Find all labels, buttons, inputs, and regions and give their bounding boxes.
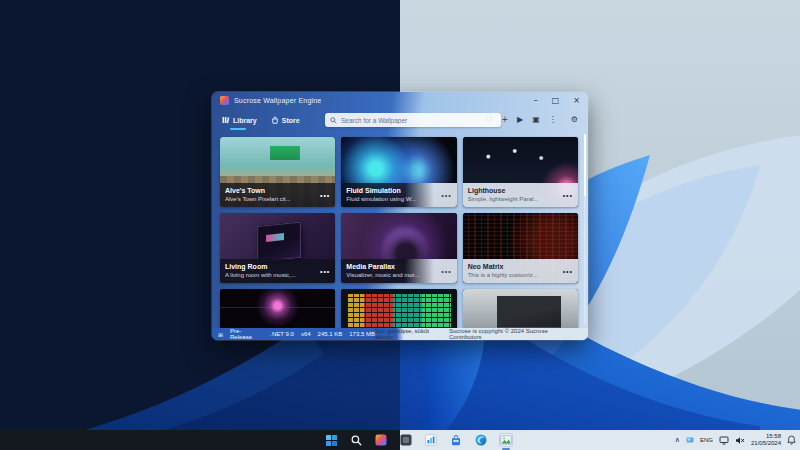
card-more-button[interactable]: ••• [320,268,330,275]
card-label: Media Parallax Visualizer, music and mor… [341,259,456,283]
search-input[interactable] [341,117,496,124]
tab-store[interactable]: Store [271,109,300,131]
tab-library[interactable]: Library [222,109,257,131]
start-button[interactable] [324,433,338,447]
card-label: Alve's Town Alve's Town Pixelart cit... … [220,183,335,207]
status-memory-usage: 173.5 MB [349,331,375,337]
wallpaper-card-neo-matrix[interactable]: Neo Matrix This is a highly customiz... … [463,213,578,283]
taskbar-task-manager[interactable] [424,433,438,447]
tab-store-label: Store [282,117,300,124]
task-manager-icon [425,434,437,446]
status-prerelease: Pre-Release [230,328,263,340]
play-icon[interactable]: ▶ [517,116,523,124]
card-title: Fluid Simulation [346,187,416,195]
wallpaper-card-media-parallax[interactable]: Media Parallax Visualizer, music and mor… [341,213,456,283]
wallpaper-thumbnail [220,289,335,328]
status-dotnet: .NET 9.0 [270,331,294,337]
window-controls: – □ × [534,97,580,105]
language-indicator[interactable]: ENG [700,437,713,443]
system-tray: ∧ ENG 15:58 21/05/2024 [675,430,796,450]
status-network-usage: 245.1 KB [318,331,343,337]
card-title: Neo Matrix [468,263,538,271]
tray-expand-chevron-icon[interactable]: ∧ [675,436,680,444]
wallpaper-thumbnail [341,289,456,328]
card-title: Media Parallax [346,263,419,271]
tray-date: 21/05/2024 [751,440,781,448]
card-desc: Alve's Town Pixelart cit... [225,196,291,203]
network-icon[interactable] [719,436,729,445]
prerelease-icon: ⊞ [218,331,223,338]
card-label: Lighthouse Simple, lightweight Paral... … [463,183,578,207]
tab-library-label: Library [233,117,257,124]
notifications-bell-icon[interactable] [787,435,796,445]
maximize-button[interactable]: □ [552,97,560,105]
card-more-button[interactable]: ••• [563,192,573,199]
window-title: Sucrose Wallpaper Engine [234,97,321,104]
taskbar-sucrose-app[interactable] [374,433,388,447]
close-button[interactable]: × [573,97,580,105]
taskbar-store[interactable] [449,433,463,447]
navbar: Library Store ↺ + ▶ ▣ [212,109,588,131]
statusbar: ⊞ Pre-Release .NET 9.0 x64 245.1 KB 173.… [212,328,588,340]
app-logo-icon [220,96,229,105]
card-more-button[interactable]: ••• [441,268,451,275]
search-box[interactable] [325,113,501,127]
desktop: Sucrose Wallpaper Engine – □ × Library [0,0,800,450]
add-wallpaper-icon[interactable]: + [501,116,508,124]
scrollbar-thumb[interactable] [584,134,586,196]
card-desc: A living room with music,... [225,272,296,279]
card-more-button[interactable]: ••• [441,192,451,199]
taskbar-edge[interactable] [474,433,488,447]
more-menu-icon[interactable]: ⋮ [549,116,557,124]
wallpaper-grid: Alve's Town Alve's Town Pixelart cit... … [212,131,588,328]
microsoft-store-icon [450,434,462,446]
card-title: Lighthouse [468,187,539,195]
card-desc: Fluid simulation using W... [346,196,416,203]
card-title: Living Room [225,263,296,271]
tray-time: 15:58 [751,433,781,441]
slideshow-icon[interactable]: ▣ [532,116,540,124]
edge-browser-icon [475,434,487,446]
scrollbar-track[interactable] [584,134,586,324]
statusbar-copyright: Sucrose is copyright © 2024 Sucrose Cont… [449,328,582,340]
wallpaper-card-jellyfish[interactable] [220,289,335,328]
tray-app-icon[interactable] [686,436,694,444]
windows-logo-icon [326,435,337,446]
wallpaper-card-periodic-table[interactable] [341,289,456,328]
taskbar-dark-app[interactable] [399,433,413,447]
card-label: Living Room A living room with music,...… [220,259,335,283]
wallpaper-card-fluid-simulation[interactable]: Fluid Simulation Fluid simulation using … [341,137,456,207]
card-label: Neo Matrix This is a highly customiz... … [463,259,578,283]
volume-muted-icon[interactable] [735,436,745,445]
taskbar-search-button[interactable] [349,433,363,447]
taskbar: ∧ ENG 15:58 21/05/2024 [0,430,800,450]
library-icon [222,116,230,124]
statusbar-left: ⊞ Pre-Release .NET 9.0 x64 245.1 KB 173.… [218,328,375,340]
sucrose-app-window: Sucrose Wallpaper Engine – □ × Library [212,92,588,340]
taskbar-center [324,430,513,450]
card-desc: Simple, lightweight Paral... [468,196,539,203]
card-more-button[interactable]: ••• [320,192,330,199]
statusbar-message: Söz gümüşse, sükût altındır [375,328,449,340]
dark-app-icon [400,434,412,446]
wallpaper-card-living-room[interactable]: Living Room A living room with music,...… [220,213,335,283]
settings-icon[interactable]: ⚙ [571,116,578,124]
search-icon [351,435,362,446]
card-more-button[interactable]: ••• [563,268,573,275]
card-desc: Visualizer, music and mor... [346,272,419,279]
card-label: Fluid Simulation Fluid simulation using … [341,183,456,207]
taskbar-photos-active-app[interactable] [499,433,513,447]
wallpaper-card-alves-town[interactable]: Alve's Town Alve's Town Pixelart cit... … [220,137,335,207]
wallpaper-card-lighthouse[interactable]: Lighthouse Simple, lightweight Paral... … [463,137,578,207]
clock[interactable]: 15:58 21/05/2024 [751,433,781,448]
status-arch: x64 [301,331,311,337]
card-title: Alve's Town [225,187,291,195]
minimize-button[interactable]: – [534,97,538,105]
card-desc: This is a highly customiz... [468,272,538,279]
wallpaper-card-motherboard[interactable] [463,289,578,328]
store-icon [271,116,279,124]
titlebar: Sucrose Wallpaper Engine – □ × [212,92,588,109]
search-icon [330,117,337,124]
wallpaper-thumbnail [463,289,578,328]
photos-icon [500,434,512,446]
